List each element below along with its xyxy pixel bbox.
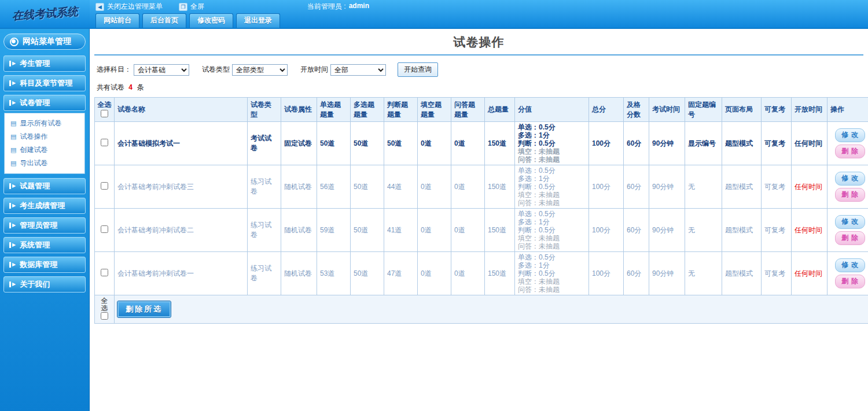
- column-header: 问答题题量: [451, 98, 485, 122]
- sidebar-header-label: 网站菜单管理: [23, 36, 71, 47]
- admin-label: 当前管理员 :: [307, 2, 346, 12]
- total-score: 100分: [589, 252, 624, 295]
- tab-site-front[interactable]: 网站前台: [95, 13, 139, 28]
- sidebar-item-admin-management[interactable]: ▶ 管理员管理: [3, 217, 86, 234]
- column-header: 填空题题量: [418, 98, 451, 122]
- column-header: 固定题编号: [685, 98, 722, 122]
- topbar-strip: ◀ 关闭左边管理菜单 ❐ 全屏 当前管理员 : admin: [90, 0, 868, 13]
- subject-select[interactable]: 会计基础: [134, 64, 189, 76]
- paper-attribute: 固定试卷: [281, 122, 317, 165]
- retake-allowed: 可复考: [762, 252, 792, 295]
- page-title: 试卷操作: [94, 34, 863, 50]
- close-left-menu[interactable]: ◀ 关闭左边管理菜单: [95, 2, 163, 12]
- edit-button[interactable]: 修改: [835, 172, 865, 186]
- open-time-select[interactable]: 全部: [330, 64, 386, 76]
- submenu-item-paper-operations[interactable]: ▤ 试卷操作: [8, 130, 81, 143]
- tab-admin-home[interactable]: 后台首页: [142, 13, 186, 28]
- close-left-menu-label: 关闭左边管理菜单: [107, 2, 163, 12]
- exam-duration: 90分钟: [649, 122, 685, 165]
- submenu-item-label: 导出试卷: [20, 158, 47, 168]
- sidebar-item-question-management[interactable]: ▶ 试题管理: [3, 178, 86, 194]
- title-bar: 试卷操作: [94, 29, 863, 55]
- footer-actions-cell: 删除所选: [115, 295, 868, 324]
- sidebar-item-examinee-management[interactable]: ▶ 考生管理: [3, 55, 86, 72]
- paper-attribute: 随机试卷: [281, 165, 317, 209]
- sidebar-item-label: 数据库管理: [20, 260, 57, 270]
- sidebar-item-score-management[interactable]: ▶ 考生成绩管理: [3, 198, 86, 214]
- row-checkbox[interactable]: [101, 139, 108, 146]
- total-score: 100分: [589, 165, 624, 209]
- logo-text: 在线考试系统: [12, 4, 79, 24]
- score-line: 填空：未抽题: [518, 191, 586, 199]
- open-time-label: 开放时间: [300, 65, 328, 75]
- delete-button[interactable]: 删除: [835, 145, 865, 158]
- column-header: 判断题题量: [384, 98, 418, 122]
- row-actions: 修改 删除: [827, 165, 868, 209]
- essay-count: 0道: [451, 252, 485, 295]
- score-line: 单选：0.5分: [518, 253, 586, 261]
- sidebar-item-label: 管理员管理: [20, 220, 57, 231]
- retake-allowed: 可复考: [762, 122, 792, 165]
- sidebar-item-subject-chapter-management[interactable]: ▶ 科目及章节管理: [3, 75, 86, 91]
- single-choice-count: 50道: [317, 122, 351, 165]
- subject-label: 选择科目：: [97, 65, 131, 75]
- delete-button[interactable]: 删除: [835, 275, 865, 288]
- sidebar-item-database-management[interactable]: ▶ 数据库管理: [3, 257, 86, 273]
- row-actions: 修改 删除: [827, 209, 868, 252]
- edit-button[interactable]: 修改: [835, 215, 865, 229]
- delete-button[interactable]: 删除: [835, 231, 865, 245]
- select-all-header-checkbox[interactable]: [101, 110, 108, 117]
- tab-change-password[interactable]: 修改密码: [189, 13, 233, 28]
- exam-duration: 90分钟: [649, 165, 685, 209]
- submenu-item-export-paper[interactable]: ▤ 导出试卷: [8, 157, 81, 170]
- sidebar-item-label: 考生成绩管理: [20, 201, 65, 211]
- fixed-question-number: 无: [685, 252, 722, 295]
- row-checkbox[interactable]: [101, 225, 108, 233]
- doc-icon: ▤: [10, 146, 16, 154]
- score-line: 多选：1分: [518, 175, 586, 183]
- pass-score: 60分: [624, 165, 649, 209]
- arrow-right-icon: ▶: [9, 80, 16, 86]
- fixed-question-number: 显示编号: [685, 122, 722, 165]
- filter-bar: 选择科目： 会计基础 试卷类型 全部类型 开放时间 全部 开始查询: [94, 55, 863, 82]
- main-content: 试卷操作 选择科目： 会计基础 试卷类型 全部类型 开放时间 全部 开始查询 共…: [90, 29, 868, 411]
- sidebar-item-about-us[interactable]: ▶ 关于我们: [3, 276, 86, 292]
- row-select-cell: [95, 252, 115, 295]
- paper-management-submenu: ▤ 显示所有试卷 ▤ 试卷操作 ▤ 创建试卷 ▤ 导出试卷: [4, 113, 85, 174]
- fullscreen-toggle[interactable]: ❐ 全屏: [179, 2, 204, 12]
- sidebar-item-label: 系统管理: [20, 240, 50, 250]
- edit-button[interactable]: 修改: [835, 258, 865, 272]
- fill-blank-count: 0道: [418, 122, 451, 165]
- edit-button[interactable]: 修改: [835, 128, 865, 142]
- delete-button[interactable]: 删除: [835, 188, 865, 202]
- score-line: 问答：未抽题: [518, 199, 586, 207]
- submenu-item-create-paper[interactable]: ▤ 创建试卷: [8, 143, 81, 157]
- select-all-footer-checkbox[interactable]: [101, 312, 108, 320]
- footer-select-all-cell: 全选: [95, 295, 115, 324]
- page-layout: 题型模式: [722, 209, 762, 252]
- column-header: 多选题题量: [351, 98, 384, 122]
- open-time: 任何时间: [792, 252, 827, 295]
- submenu-item-show-all-papers[interactable]: ▤ 显示所有试卷: [8, 117, 81, 130]
- judge-count: 44道: [384, 165, 418, 209]
- score-line: 单选：0.5分: [518, 210, 586, 218]
- total-question-count: 150道: [485, 209, 515, 252]
- tab-logout[interactable]: 退出登录: [236, 13, 280, 28]
- sidebar-item-label: 试题管理: [20, 181, 50, 191]
- table-row: 会计基础考前冲刺试卷一 练习试卷 随机试卷 53道 50道 47道 0道 0道 …: [95, 252, 868, 295]
- score-line: 填空：未抽题: [518, 147, 586, 155]
- row-checkbox[interactable]: [101, 269, 108, 276]
- row-checkbox[interactable]: [101, 182, 108, 190]
- exam-duration: 90分钟: [649, 252, 685, 295]
- delete-selected-button[interactable]: 删除所选: [117, 301, 171, 317]
- paper-type-select[interactable]: 全部类型: [232, 64, 288, 76]
- paper-type-label: 试卷类型: [202, 65, 230, 75]
- row-actions: 修改 删除: [827, 122, 868, 165]
- score-line: 判断：0.5分: [518, 226, 586, 234]
- sidebar-item-system-management[interactable]: ▶ 系统管理: [3, 237, 86, 253]
- total-score: 100分: [589, 122, 624, 165]
- paper-type: 练习试卷: [248, 165, 281, 209]
- table-footer: 全选 删除所选: [95, 295, 868, 324]
- sidebar-item-paper-management[interactable]: ▶ 试卷管理: [3, 95, 86, 111]
- query-button[interactable]: 开始查询: [398, 62, 438, 77]
